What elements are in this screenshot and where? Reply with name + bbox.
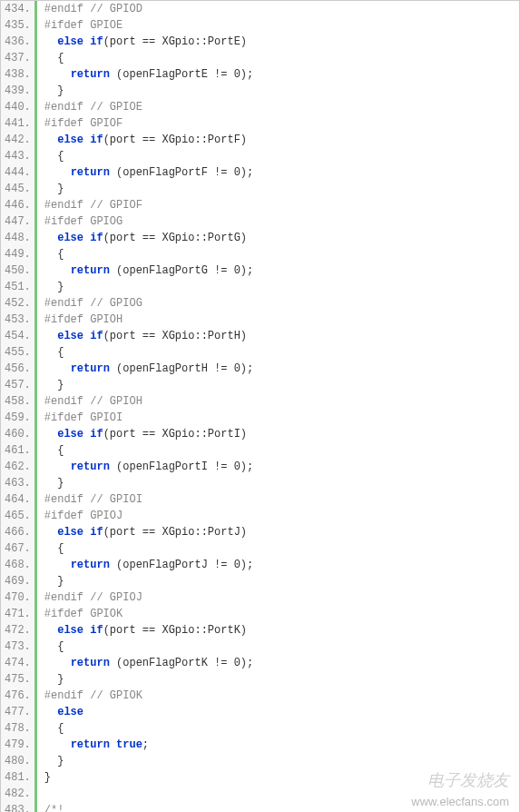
code-line: return (openFlagPortK != 0); — [44, 655, 512, 671]
line-number: 480. — [5, 753, 31, 769]
code-line: { — [44, 344, 512, 361]
line-number: 447. — [5, 213, 31, 230]
code-token: (openFlagPortF != 0); — [110, 166, 253, 179]
code-token — [44, 134, 57, 146]
code-token: else — [57, 35, 83, 48]
code-token: return — [71, 362, 110, 375]
line-number: 441. — [5, 115, 31, 132]
code-line: else if(port == XGpio::PortF) — [44, 132, 512, 148]
code-token — [44, 35, 57, 48]
code-token: true — [116, 738, 142, 751]
line-number: 483. — [5, 802, 31, 812]
code-line: #ifdef GPIOG — [44, 213, 512, 230]
line-number: 458. — [5, 393, 31, 410]
code-token: (port == XGpio::PortI) — [103, 428, 247, 441]
code-token: { — [44, 248, 64, 261]
code-line: } — [44, 753, 512, 769]
code-token: (openFlagPortI != 0); — [110, 460, 253, 473]
line-number: 469. — [5, 573, 31, 589]
code-token: { — [44, 52, 64, 64]
code-line: { — [44, 720, 512, 737]
line-number: 438. — [5, 66, 31, 83]
code-line: else if(port == XGpio::PortH) — [44, 328, 512, 344]
code-token: ; — [142, 738, 149, 751]
line-number: 444. — [5, 164, 31, 181]
code-token — [44, 330, 57, 342]
code-line: } — [44, 573, 512, 589]
code-token — [44, 526, 57, 539]
code-token: } — [44, 755, 64, 767]
code-line: { — [44, 540, 512, 557]
code-token: { — [44, 444, 64, 457]
code-line: } — [44, 475, 512, 491]
line-number: 449. — [5, 246, 31, 262]
code-token: return — [71, 68, 110, 81]
code-token: #ifdef GPIOI — [44, 411, 123, 424]
code-line: #endif // GPIOE — [44, 99, 512, 115]
code-line: #ifdef GPIOK — [44, 606, 512, 622]
line-number: 481. — [5, 769, 31, 786]
code-token: /*! — [44, 804, 64, 812]
line-number: 471. — [5, 606, 31, 622]
code-line: else if(port == XGpio::PortK) — [44, 622, 512, 639]
line-number: 464. — [5, 491, 31, 508]
code-line: } — [44, 377, 512, 393]
code-line: { — [44, 246, 512, 262]
code-line: return (openFlagPortE != 0); — [44, 66, 512, 83]
code-token: #endif // GPIOF — [44, 199, 142, 212]
line-number: 467. — [5, 540, 31, 557]
code-token: #endif // GPIOJ — [44, 591, 142, 604]
code-token: else — [57, 526, 83, 539]
code-token: { — [44, 542, 64, 555]
watermark: 电子发烧友 www.elecfans.com — [411, 768, 509, 811]
line-number: 457. — [5, 377, 31, 393]
watermark-url: www.elecfans.com — [411, 795, 509, 808]
code-token: return — [71, 166, 110, 179]
code-token: (port == XGpio::PortK) — [103, 624, 247, 637]
code-content: #endif // GPIOD#ifdef GPIOE else if(port… — [37, 1, 519, 812]
code-token: if — [90, 624, 103, 637]
code-token: (openFlagPortG != 0); — [110, 264, 253, 277]
line-number: 462. — [5, 459, 31, 475]
code-token — [44, 559, 71, 571]
code-token: #endif // GPIOK — [44, 689, 142, 702]
code-token: return — [71, 738, 110, 751]
code-token: #ifdef GPIOE — [44, 19, 123, 32]
line-number: 434. — [5, 1, 31, 17]
code-line: { — [44, 639, 512, 655]
code-token — [44, 460, 71, 473]
code-line: else if(port == XGpio::PortI) — [44, 426, 512, 442]
line-number: 475. — [5, 671, 31, 688]
code-token: #ifdef GPIOF — [44, 117, 123, 130]
line-number: 440. — [5, 99, 31, 115]
line-number: 474. — [5, 655, 31, 671]
line-number: 454. — [5, 328, 31, 344]
code-token — [44, 362, 71, 375]
code-line: #ifdef GPIOJ — [44, 508, 512, 524]
code-token: else — [57, 134, 83, 146]
code-token: (port == XGpio::PortJ) — [103, 526, 247, 539]
code-token: } — [44, 281, 64, 293]
code-token: } — [44, 575, 64, 588]
code-token: } — [44, 477, 64, 490]
code-line: #endif // GPIOF — [44, 197, 512, 213]
code-token: { — [44, 722, 64, 735]
line-number: 478. — [5, 720, 31, 737]
code-token: else — [57, 232, 83, 244]
line-number: 465. — [5, 508, 31, 524]
code-token: else — [57, 428, 83, 441]
code-token: } — [44, 673, 64, 686]
code-token: if — [90, 35, 103, 48]
line-number: 468. — [5, 557, 31, 573]
code-token — [110, 738, 116, 751]
code-token: (port == XGpio::PortF) — [103, 134, 247, 146]
line-number: 459. — [5, 410, 31, 426]
line-number: 448. — [5, 230, 31, 246]
code-token — [44, 624, 57, 637]
line-number: 436. — [5, 34, 31, 50]
code-token — [44, 657, 71, 669]
code-token: (openFlagPortE != 0); — [110, 68, 253, 81]
code-line: } — [44, 279, 512, 295]
code-token: (port == XGpio::PortG) — [103, 232, 247, 244]
code-token: else — [57, 706, 83, 718]
